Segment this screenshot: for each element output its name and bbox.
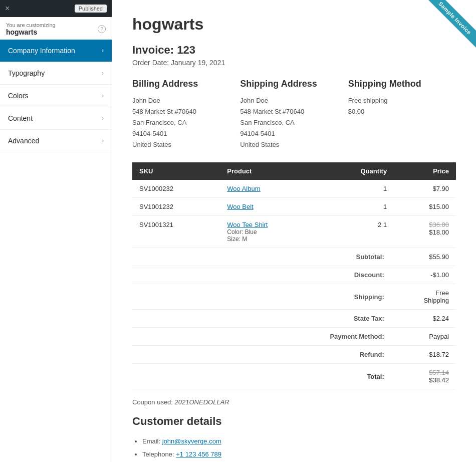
col-price: Price: [394, 162, 456, 180]
total-value: Free Shipping: [391, 284, 456, 310]
total-label: Discount:: [132, 266, 391, 284]
coupon-code: 2021ONEDOLLAR: [175, 398, 229, 406]
customizing-label: You are customizing: [6, 22, 56, 28]
chevron-right-icon: ›: [102, 47, 104, 54]
product-link[interactable]: Woo Album: [227, 185, 260, 192]
telephone-label: Telephone:: [142, 450, 174, 458]
nav-item-label: Colors: [8, 92, 28, 100]
coupon-row: Coupon used: 2021ONEDOLLAR: [132, 398, 456, 406]
sidebar-item-content[interactable]: Content ›: [0, 107, 112, 130]
sidebar: × Published You are customizing hogwarts…: [0, 0, 112, 462]
quantity-cell: 1: [320, 198, 394, 216]
main-content: Sample Invoice hogwarts Invoice: 123 Ord…: [112, 0, 476, 462]
nav-item-label: Company Information: [8, 47, 75, 55]
invoice-title: Invoice: 123: [132, 44, 456, 57]
order-date: Order Date: January 19, 2021: [132, 59, 456, 67]
product-cell: Woo Album: [220, 180, 320, 198]
chevron-right-icon: ›: [102, 92, 104, 99]
billing-country: United States: [132, 139, 240, 150]
email-link[interactable]: john@skyverge.com: [162, 437, 221, 445]
total-value: Paypal: [391, 328, 456, 346]
billing-address-text: John Doe 548 Market St #70640 San Franci…: [132, 95, 240, 150]
email-label: Email:: [142, 437, 160, 445]
attr-label: Size:: [227, 236, 241, 243]
total-row-discount: Discount: -$1.00: [132, 266, 456, 284]
table-header-row: SKU Product Quantity Price: [132, 162, 456, 180]
shipping-method-cost: $0.00: [348, 106, 456, 117]
total-value: $55.90: [391, 248, 456, 266]
shipping-method-block: Shipping Method Free shipping $0.00: [348, 79, 456, 150]
price-discounted: $18.00: [401, 228, 449, 236]
shop-name: hogwarts: [6, 28, 56, 36]
table-row: SV1001321 Woo Tee Shirt Color: Blue Size…: [132, 216, 456, 248]
quantity-cell: 2 1: [320, 216, 394, 248]
shipping-method-text: Free shipping $0.00: [348, 95, 456, 117]
customer-email: Email: john@skyverge.com: [142, 435, 456, 448]
telephone-link[interactable]: +1 123 456 789: [176, 450, 221, 458]
sidebar-header: × Published: [0, 0, 112, 17]
nav-item-label: Content: [8, 114, 33, 122]
price-cell: $7.90: [394, 180, 456, 198]
total-value: $57.14 $38.42: [391, 364, 456, 389]
price-original: $36.00: [401, 221, 449, 228]
total-label: Total:: [132, 364, 391, 389]
help-icon[interactable]: ?: [98, 25, 106, 33]
invoice-table: SKU Product Quantity Price SV1000232 Woo…: [132, 162, 456, 248]
total-row-shipping: Shipping: Free Shipping: [132, 284, 456, 310]
shipping-name: John Doe: [240, 95, 348, 106]
col-product: Product: [220, 162, 320, 180]
shipping-address1: 548 Market St #70640: [240, 106, 348, 117]
shipping-address-text: John Doe 548 Market St #70640 San Franci…: [240, 95, 348, 150]
price-cell: $36.00 $18.00: [394, 216, 456, 248]
col-quantity: Quantity: [320, 162, 394, 180]
total-discounted: $38.42: [398, 376, 449, 384]
product-link[interactable]: Woo Tee Shirt: [227, 221, 268, 228]
sidebar-item-colors[interactable]: Colors ›: [0, 85, 112, 107]
shipping-city-state: San Francisco, CA: [240, 117, 348, 128]
billing-name: John Doe: [132, 95, 240, 106]
total-value: $2.24: [391, 310, 456, 328]
chevron-right-icon: ›: [102, 70, 104, 77]
customer-list: Email: john@skyverge.com Telephone: +1 1…: [132, 435, 456, 461]
total-row-total: Total: $57.14 $38.42: [132, 364, 456, 389]
address-section: Billing Address John Doe 548 Market St #…: [132, 79, 456, 150]
sku-cell: SV1001232: [132, 198, 220, 216]
price-cell: $15.00: [394, 198, 456, 216]
product-attr-size: Size: M: [227, 236, 313, 243]
product-cell: Woo Tee Shirt Color: Blue Size: M: [220, 216, 320, 248]
coupon-label: Coupon used:: [132, 398, 173, 406]
table-row: SV1000232 Woo Album 1 $7.90: [132, 180, 456, 198]
sku-cell: SV1000232: [132, 180, 220, 198]
product-attr-color: Color: Blue: [227, 228, 313, 236]
total-value: -$18.72: [391, 346, 456, 364]
total-label: Refund:: [132, 346, 391, 364]
total-label: Subtotal:: [132, 248, 391, 266]
company-name: hogwarts: [132, 15, 456, 34]
sidebar-item-typography[interactable]: Typography ›: [0, 62, 112, 85]
sku-cell: SV1001321: [132, 216, 220, 248]
total-label: Payment Method:: [132, 328, 391, 346]
attr-label: Color:: [227, 228, 243, 236]
billing-address-block: Billing Address John Doe 548 Market St #…: [132, 79, 240, 150]
col-sku: SKU: [132, 162, 220, 180]
total-original: $57.14: [398, 369, 449, 376]
customizing-info: You are customizing hogwarts: [6, 22, 56, 36]
billing-city-state: San Francisco, CA: [132, 117, 240, 128]
close-button[interactable]: ×: [5, 4, 10, 13]
table-row: SV1001232 Woo Belt 1 $15.00: [132, 198, 456, 216]
chevron-right-icon: ›: [102, 115, 104, 122]
total-row-payment: Payment Method: Paypal: [132, 328, 456, 346]
shipping-country: United States: [240, 139, 348, 150]
totals-table: Subtotal: $55.90 Discount: -$1.00 Shippi…: [132, 248, 456, 389]
sidebar-item-advanced[interactable]: Advanced ›: [0, 130, 112, 152]
total-row-subtotal: Subtotal: $55.90: [132, 248, 456, 266]
chevron-right-icon: ›: [102, 137, 104, 144]
product-link[interactable]: Woo Belt: [227, 203, 254, 210]
customer-details-heading: Customer details: [132, 415, 456, 428]
shipping-method-name: Free shipping: [348, 95, 456, 106]
published-badge: Published: [75, 5, 107, 13]
sidebar-item-company-information[interactable]: Company Information ›: [0, 40, 112, 62]
billing-address-heading: Billing Address: [132, 79, 240, 89]
customer-telephone: Telephone: +1 123 456 789: [142, 448, 456, 461]
quantity-cell: 1: [320, 180, 394, 198]
